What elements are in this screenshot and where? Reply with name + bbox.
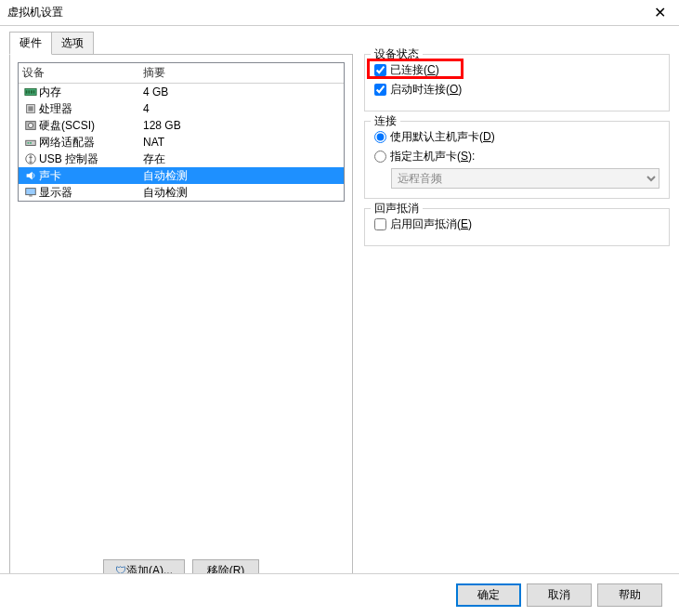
connection-group: 连接 使用默认主机声卡(D) 指定主机声卡(S): 远程音频 [364,121,670,199]
hardware-row[interactable]: 内存4 GB [19,84,344,100]
hardware-row[interactable]: 显示器自动检测 [19,184,344,201]
enable-echo-row[interactable]: 启用回声抵消(E) [374,216,659,232]
use-default-host-label: 使用默认主机声卡(D) [390,129,495,145]
svg-rect-14 [29,196,33,197]
use-default-host-radio[interactable] [374,131,386,143]
tab-hardware[interactable]: 硬件 [9,32,52,55]
connected-checkbox-row[interactable]: 已连接(C) [374,62,659,78]
specify-host-row[interactable]: 指定主机声卡(S): [374,149,659,164]
col-device: 设备 [22,65,143,81]
cancel-button[interactable]: 取消 [527,583,592,607]
connected-checkbox[interactable] [374,64,386,76]
hardware-row[interactable]: 处理器4 [19,100,344,117]
tab-bar: 硬件 选项 [9,32,670,55]
right-panel: 设备状态 已连接(C) 启动时连接(O) 连接 使用默认主机声卡(D) [364,54,670,591]
device-name: 显示器 [39,185,143,201]
device-name: 网络适配器 [39,135,143,151]
device-summary: 存在 [143,151,340,167]
svg-rect-6 [28,106,33,111]
svg-rect-13 [26,189,36,195]
tab-options[interactable]: 选项 [51,32,94,55]
svg-rect-2 [28,90,30,94]
display-icon [22,186,39,199]
col-summary: 摘要 [143,65,340,81]
device-summary: 自动检测 [143,168,340,184]
hardware-row[interactable]: 网络适配器NAT [19,134,344,151]
group-title-echo: 回声抵消 [371,201,423,216]
host-sound-select[interactable]: 远程音频 [391,168,659,189]
connect-at-poweron-label: 启动时连接(O) [390,82,462,98]
ok-button[interactable]: 确定 [456,583,521,607]
connected-label: 已连接(C) [390,62,439,78]
hardware-row[interactable]: USB 控制器存在 [19,151,344,167]
svg-rect-4 [33,90,35,94]
hardware-row[interactable]: 声卡自动检测 [19,167,344,184]
device-name: 内存 [39,85,143,100]
svg-point-8 [28,123,33,127]
echo-group: 回声抵消 启用回声抵消(E) [364,208,670,246]
device-summary: 4 GB [143,85,340,98]
specify-host-radio[interactable] [374,151,386,163]
device-name: 硬盘(SCSI) [39,118,143,134]
cpu-icon [22,102,39,115]
specify-host-label: 指定主机声卡(S): [390,149,475,164]
group-title-device-state: 设备状态 [371,46,423,62]
hardware-row[interactable]: 硬盘(SCSI)128 GB [19,117,344,134]
usb-icon [22,152,39,165]
network-icon [22,136,39,149]
hardware-list: 设备 摘要 内存4 GB处理器4硬盘(SCSI)128 GB网络适配器NATUS… [18,62,345,202]
content-area: 硬件 选项 设备 摘要 内存4 GB处理器4硬盘(SCSI)128 GB网络适配… [0,26,679,596]
device-name: USB 控制器 [39,151,143,167]
svg-rect-10 [28,142,30,144]
enable-echo-checkbox[interactable] [374,218,386,230]
device-summary: 自动检测 [143,185,340,201]
window-title: 虚拟机设置 [7,5,63,20]
close-icon[interactable]: ✕ [648,2,672,23]
device-summary: NAT [143,136,340,149]
device-state-group: 设备状态 已连接(C) 启动时连接(O) [364,54,670,111]
enable-echo-label: 启用回声抵消(E) [390,216,472,232]
device-summary: 4 [143,102,340,115]
sound-icon [22,169,39,182]
group-title-connection: 连接 [371,113,400,129]
use-default-host-row[interactable]: 使用默认主机声卡(D) [374,129,659,145]
svg-rect-1 [26,90,28,94]
connect-at-poweron-row[interactable]: 启动时连接(O) [374,82,659,98]
title-bar: 虚拟机设置 ✕ [0,0,679,26]
device-name: 处理器 [39,101,143,117]
memory-icon [22,85,39,98]
svg-rect-3 [31,90,33,94]
device-name: 声卡 [39,168,143,184]
hardware-list-header: 设备 摘要 [19,63,344,84]
svg-rect-11 [30,142,32,144]
hardware-panel: 设备 摘要 内存4 GB处理器4硬盘(SCSI)128 GB网络适配器NATUS… [9,54,353,591]
disk-icon [22,119,39,132]
connect-at-poweron-checkbox[interactable] [374,84,386,96]
help-button[interactable]: 帮助 [597,583,662,607]
bottom-bar: 确定 取消 帮助 [0,573,679,616]
device-summary: 128 GB [143,119,340,132]
